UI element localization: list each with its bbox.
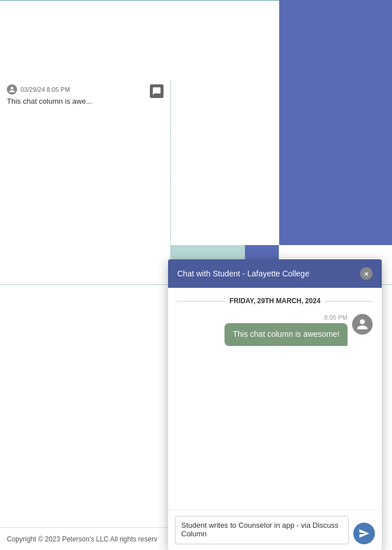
chat-body: FRIDAY, 29TH MARCH, 2024 8:05 PM This ch… [168, 288, 382, 510]
right-panel [279, 0, 392, 245]
chat-overlay: Chat with Student - Lafayette College × … [168, 259, 382, 550]
discuss-cell-1[interactable]: 03/29/24 8:05 PM This chat column is awe… [0, 80, 171, 131]
chat-message-row: 8:05 PM This chat column is awesome! [177, 314, 373, 346]
chat-date-separator: FRIDAY, 29TH MARCH, 2024 [177, 297, 373, 305]
chat-footer [168, 510, 382, 550]
message-time: 8:05 PM [324, 314, 348, 321]
message-content: 8:05 PM This chat column is awesome! [224, 314, 348, 346]
chat-header: Chat with Student - Lafayette College × [168, 259, 382, 288]
chat-input[interactable] [175, 516, 349, 544]
chat-send-button[interactable] [353, 523, 375, 544]
chat-bubble-icon-1[interactable] [150, 84, 164, 98]
avatar-1 [7, 84, 17, 95]
copyright-text: Copyright © 2023 Peterson's LLC All righ… [7, 535, 157, 543]
chat-title: Chat with Student - Lafayette College [177, 269, 309, 278]
chat-close-button[interactable]: × [360, 267, 373, 280]
discuss-cell-3 [0, 182, 171, 233]
message-bubble: This chat column is awesome! [224, 323, 348, 346]
discuss-cell-4 [0, 234, 171, 284]
discuss-cell-2 [0, 131, 171, 182]
sender-avatar [352, 314, 373, 335]
discuss-meta-1: 03/29/24 8:05 PM [7, 84, 164, 95]
close-icon: × [364, 270, 369, 278]
discuss-preview-1: This chat column is awe... [7, 97, 164, 105]
discuss-timestamp-1: 03/29/24 8:05 PM [21, 86, 70, 93]
chat-date-text: FRIDAY, 29TH MARCH, 2024 [230, 297, 321, 305]
